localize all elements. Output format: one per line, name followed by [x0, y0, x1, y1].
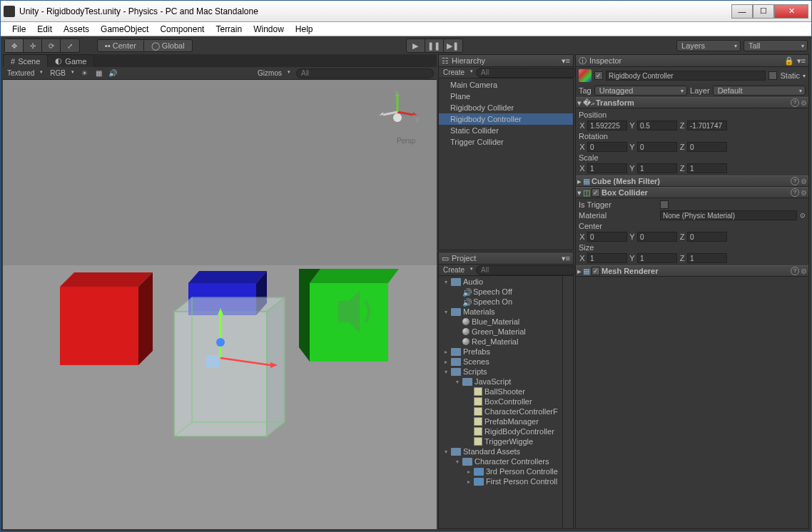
- static-checkbox[interactable]: [768, 71, 777, 80]
- position-x-input[interactable]: [587, 121, 627, 131]
- layout-dropdown[interactable]: Tall: [744, 40, 808, 51]
- menu-help[interactable]: Help: [290, 23, 319, 36]
- gear-icon[interactable]: ⚙: [801, 189, 807, 197]
- project-item[interactable]: ▾Audio: [439, 277, 562, 287]
- menu-window[interactable]: Window: [248, 23, 290, 36]
- hierarchy-item[interactable]: Main Camera: [439, 79, 573, 91]
- position-z-input[interactable]: [687, 121, 727, 131]
- hand-tool-button[interactable]: ✥: [5, 39, 24, 52]
- project-item[interactable]: RigidBodyController: [439, 426, 562, 436]
- help-icon[interactable]: ?: [791, 98, 799, 107]
- object-picker-icon[interactable]: ⊙: [800, 212, 806, 219]
- project-item[interactable]: ▾Materials: [439, 307, 562, 317]
- minimize-button[interactable]: —: [731, 4, 753, 19]
- rendermode-dropdown[interactable]: RGB: [49, 69, 74, 77]
- menu-gameobject[interactable]: GameObject: [95, 23, 154, 36]
- titlebar[interactable]: Unity - RigidbodyTest.unity - Physics - …: [1, 1, 811, 22]
- pivot-center-toggle[interactable]: ▪▪Center: [102, 41, 139, 50]
- meshrenderer-enabled-checkbox[interactable]: [592, 267, 600, 275]
- project-item[interactable]: TriggerWiggle: [439, 436, 562, 446]
- scene-viewport[interactable]: x y Persp: [3, 80, 437, 529]
- scale-z-input[interactable]: [687, 163, 727, 173]
- size-z-input[interactable]: [687, 253, 727, 263]
- orientation-gizmo[interactable]: x y: [376, 91, 419, 133]
- project-search-input[interactable]: [476, 265, 577, 275]
- panel-menu-icon[interactable]: ▾≡: [562, 56, 570, 66]
- gear-icon[interactable]: ⚙: [801, 267, 807, 275]
- hierarchy-list[interactable]: Main Camera Plane Rigidbody Collider Rig…: [439, 78, 573, 250]
- foldout-arrow[interactable]: ▾: [443, 449, 449, 455]
- boxcollider-enabled-checkbox[interactable]: [592, 188, 600, 197]
- gameobject-name-input[interactable]: [606, 71, 766, 81]
- scene-audio-toggle[interactable]: 🔊: [108, 69, 117, 78]
- help-icon[interactable]: ?: [791, 267, 799, 275]
- rotation-y-input[interactable]: [637, 142, 677, 152]
- help-icon[interactable]: ?: [791, 177, 799, 185]
- lock-icon[interactable]: 🔒: [784, 56, 794, 66]
- project-item[interactable]: ▾Scripts: [439, 367, 562, 377]
- foldout-arrow[interactable]: ▸: [443, 359, 449, 365]
- project-tree[interactable]: ▾Audio🔊Speech Off🔊Speech On▾MaterialsBlu…: [439, 276, 562, 528]
- scene-lighting-toggle[interactable]: ☀: [80, 69, 88, 78]
- menu-file[interactable]: File: [6, 23, 31, 36]
- green-cube[interactable]: [288, 262, 410, 369]
- shading-dropdown[interactable]: Textured: [6, 69, 43, 77]
- pause-button[interactable]: ❚❚: [425, 39, 444, 52]
- project-item[interactable]: ▾Standard Assets: [439, 446, 562, 456]
- scale-tool-button[interactable]: ⤢: [61, 39, 79, 52]
- panel-menu-icon[interactable]: ▾≡: [797, 56, 806, 66]
- project-item[interactable]: ▸Prefabs: [439, 347, 562, 357]
- center-x-input[interactable]: [587, 232, 627, 242]
- red-cube[interactable]: [46, 265, 167, 372]
- transform-header[interactable]: ▾ �އ Transform ? ⚙: [576, 97, 808, 108]
- menu-assets[interactable]: Assets: [58, 23, 95, 36]
- foldout-arrow[interactable]: ▾: [443, 369, 449, 375]
- hierarchy-item[interactable]: Rigidbody Collider: [439, 102, 573, 113]
- menu-component[interactable]: Component: [154, 23, 210, 36]
- project-scrollbar[interactable]: [562, 276, 573, 528]
- foldout-icon[interactable]: ▸: [577, 177, 582, 186]
- center-y-input[interactable]: [637, 232, 677, 242]
- hierarchy-create-dropdown[interactable]: Create: [442, 68, 473, 76]
- project-item[interactable]: 🔊Speech Off: [439, 287, 562, 297]
- project-item[interactable]: CharacterControllerF: [439, 406, 562, 416]
- scene-fx-toggle[interactable]: ▦: [94, 69, 103, 78]
- project-item[interactable]: BoxController: [439, 397, 562, 406]
- project-item[interactable]: ▸Scenes: [439, 357, 562, 367]
- project-create-dropdown[interactable]: Create: [442, 266, 473, 274]
- scale-x-input[interactable]: [587, 163, 627, 173]
- hierarchy-item[interactable]: Static Collider: [439, 125, 573, 136]
- foldout-icon[interactable]: ▸: [577, 267, 582, 276]
- scale-y-input[interactable]: [637, 163, 677, 173]
- menu-edit[interactable]: Edit: [31, 23, 58, 36]
- foldout-arrow[interactable]: ▾: [455, 459, 460, 465]
- close-button[interactable]: ✕: [774, 4, 808, 19]
- local-global-toggle[interactable]: ◯Global: [148, 41, 188, 51]
- meshfilter-header[interactable]: ▸ ▦ Cube (Mesh Filter) ? ⚙: [576, 175, 808, 187]
- hierarchy-item-selected[interactable]: Rigidbody Controller: [439, 113, 573, 125]
- foldout-arrow[interactable]: ▾: [443, 309, 449, 315]
- gameobject-active-checkbox[interactable]: [594, 71, 603, 80]
- step-button[interactable]: ▶❚: [444, 39, 462, 52]
- project-item[interactable]: BallShooter: [439, 387, 562, 397]
- foldout-icon[interactable]: ▾: [577, 98, 582, 108]
- gizmos-dropdown[interactable]: Gizmos: [256, 69, 290, 77]
- foldout-arrow[interactable]: ▾: [443, 279, 449, 285]
- rotate-tool-button[interactable]: ⟳: [42, 39, 61, 52]
- play-button[interactable]: ▶: [407, 39, 425, 52]
- foldout-arrow[interactable]: ▸: [466, 469, 472, 475]
- selected-cube-wireframe[interactable]: [156, 294, 299, 458]
- hierarchy-item[interactable]: Trigger Collider: [439, 136, 573, 148]
- panel-menu-icon[interactable]: ▾≡: [562, 254, 570, 263]
- tab-game[interactable]: ◐Game: [47, 54, 94, 67]
- help-icon[interactable]: ?: [791, 188, 799, 197]
- layers-dropdown[interactable]: Layers: [676, 40, 741, 51]
- physic-material-field[interactable]: [660, 210, 797, 220]
- tab-scene[interactable]: #Scene: [3, 54, 48, 67]
- position-y-input[interactable]: [637, 121, 677, 131]
- foldout-arrow[interactable]: ▸: [466, 479, 472, 485]
- hierarchy-item[interactable]: Plane: [439, 91, 573, 102]
- size-x-input[interactable]: [587, 253, 627, 263]
- project-item[interactable]: Blue_Material: [439, 317, 562, 327]
- static-dropdown-arrow[interactable]: ▾: [803, 73, 806, 79]
